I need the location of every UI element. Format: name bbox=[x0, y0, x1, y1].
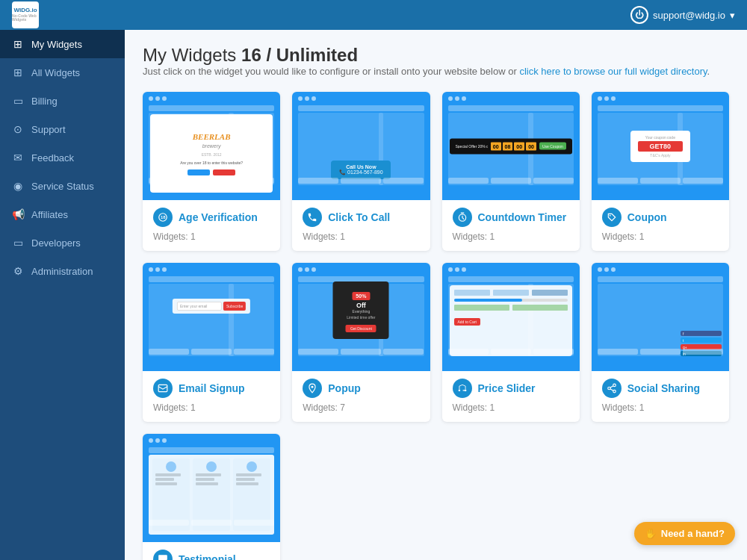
no-button bbox=[213, 169, 235, 175]
ps-track bbox=[454, 299, 568, 302]
preview-cells bbox=[448, 178, 574, 184]
popup-badge: 50% bbox=[352, 292, 370, 300]
avatar bbox=[166, 461, 176, 472]
popup-cta: Get Discount bbox=[346, 325, 376, 332]
svg-rect-4 bbox=[158, 385, 167, 391]
preview-dots bbox=[598, 267, 616, 272]
feedback-icon: ✉ bbox=[12, 152, 24, 164]
ctc-number: 📞 01234-567-890 bbox=[337, 169, 385, 175]
widget-card-countdown-timer[interactable]: Special Offer 20% off ✦ Use Coupon 00 08… bbox=[442, 92, 580, 251]
sidebar-item-feedback[interactable]: ✉ Feedback bbox=[0, 143, 125, 172]
coupon-box: Your coupon code GET80 T&C's Apply bbox=[630, 131, 690, 162]
preview-main-left bbox=[149, 284, 234, 356]
widget-name: Testimonial bbox=[179, 553, 236, 560]
page-title: My Widgets 16 / Unlimited bbox=[143, 45, 729, 66]
sidebar-item-my-widgets[interactable]: ⊞ My Widgets bbox=[0, 30, 125, 58]
widget-preview: f t g+ in bbox=[592, 263, 729, 371]
facebook-bar: f bbox=[681, 331, 722, 336]
layout: ⊞ My Widgets ⊞ All Widgets ▭ Billing ⊙ S… bbox=[0, 30, 747, 560]
user-menu[interactable]: ⏻ support@widg.io ▾ bbox=[630, 6, 735, 24]
widget-card-price-slider[interactable]: Add to Cart Price Slider Widgets: 1 bbox=[442, 263, 580, 422]
widget-name-row: Social Sharing bbox=[602, 379, 719, 398]
widget-icon bbox=[153, 550, 173, 560]
preview-topbar bbox=[149, 447, 274, 453]
widget-card-social-sharing[interactable]: f t g+ in Social Sharing bbox=[592, 263, 729, 422]
affiliates-icon: 📢 bbox=[12, 208, 24, 220]
popup-subtitle: Everything bbox=[341, 309, 382, 314]
widget-info: Click To Call Widgets: 1 bbox=[292, 200, 430, 251]
sidebar-item-support[interactable]: ⊙ Support bbox=[0, 115, 125, 143]
svg-point-10 bbox=[613, 390, 616, 393]
widget-name: Popup bbox=[328, 382, 361, 394]
ps-cell bbox=[454, 290, 490, 296]
widget-preview: Add to Cart bbox=[442, 263, 580, 371]
sidebar-item-billing[interactable]: ▭ Billing bbox=[0, 87, 125, 115]
svg-point-5 bbox=[311, 386, 314, 388]
beerlab-text: Are you over 18 to enter this website? bbox=[180, 161, 243, 165]
svg-point-8 bbox=[613, 384, 616, 387]
page-header: My Widgets 16 / Unlimited Just click on … bbox=[143, 45, 729, 77]
sidebar-item-developers[interactable]: ▭ Developers bbox=[0, 228, 125, 257]
svg-text:18: 18 bbox=[161, 215, 166, 220]
preview-topbar bbox=[598, 276, 723, 282]
widget-name: Email Signup bbox=[179, 382, 245, 394]
preview-topbar bbox=[448, 276, 574, 282]
sidebar-item-all-widgets[interactable]: ⊞ All Widgets bbox=[0, 58, 125, 87]
beerlab-buttons bbox=[187, 169, 235, 175]
widget-name-row: Popup bbox=[303, 379, 419, 398]
yes-button bbox=[187, 169, 210, 175]
preview-cells bbox=[448, 349, 574, 355]
grid-icon: ⊞ bbox=[12, 38, 24, 50]
preview-topbar bbox=[598, 105, 723, 111]
preview-cells bbox=[149, 349, 274, 355]
widget-card-testimonial[interactable]: Testimonial Widgets: 1 bbox=[143, 434, 280, 560]
beerlab-logo: BEERLAB bbox=[193, 132, 231, 141]
widget-card-coupon[interactable]: Your coupon code GET80 T&C's Apply Coupo… bbox=[592, 92, 729, 251]
sidebar-item-administration[interactable]: ⚙ Administration bbox=[0, 257, 125, 285]
widget-count: Widgets: 1 bbox=[602, 402, 719, 413]
widget-count: Widgets: 1 bbox=[602, 231, 719, 242]
widget-name-row: Testimonial bbox=[153, 550, 270, 560]
sidebar-item-service-status[interactable]: ◉ Service Status bbox=[0, 172, 125, 200]
widget-name: Coupon bbox=[627, 211, 667, 223]
billing-icon: ▭ bbox=[12, 95, 24, 107]
widget-icon bbox=[602, 208, 622, 227]
ctc-title: Call Us Now bbox=[337, 164, 385, 169]
countdown-boxes: 00 08 00 00 bbox=[491, 142, 536, 150]
preview-dots bbox=[149, 267, 167, 272]
sidebar-item-affiliates[interactable]: 📢 Affiliates bbox=[0, 200, 125, 228]
widget-card-click-to-call[interactable]: Call Us Now 📞 01234-567-890 Click To Cal… bbox=[292, 92, 430, 251]
directory-link[interactable]: click here to browse our full widget dir… bbox=[519, 66, 707, 77]
widget-icon bbox=[602, 379, 622, 398]
widget-count: Widgets: 7 bbox=[303, 402, 419, 413]
widget-name-row: Email Signup bbox=[153, 379, 270, 398]
countdown-box: 00 bbox=[526, 142, 536, 150]
widget-name: Countdown Timer bbox=[478, 211, 567, 223]
need-hand-button[interactable]: ✋ Need a hand? bbox=[634, 522, 735, 545]
sidebar-item-label: Billing bbox=[31, 96, 58, 107]
preview-main-right bbox=[229, 284, 274, 356]
widget-preview bbox=[143, 434, 280, 542]
widget-card-popup[interactable]: 50% Off Everything Limited time offer Ge… bbox=[292, 263, 430, 422]
svg-point-9 bbox=[608, 387, 611, 390]
widget-preview: BEERLAB brewery ESTB. 2012 Are you over … bbox=[143, 92, 280, 200]
user-email: support@widg.io bbox=[653, 10, 725, 21]
popup-preview: 50% Off Everything Limited time offer Ge… bbox=[333, 281, 389, 339]
sidebar-item-label: Affiliates bbox=[31, 209, 68, 220]
widget-card-email-signup[interactable]: Enter your email Subscribe Email Signup bbox=[143, 263, 280, 422]
sidebar-item-label: Administration bbox=[31, 266, 93, 277]
widget-name-row: Click To Call bbox=[303, 208, 419, 227]
chevron-down-icon: ▾ bbox=[730, 10, 735, 21]
ps-row bbox=[454, 305, 568, 311]
test-lines bbox=[236, 473, 267, 485]
main-content: My Widgets 16 / Unlimited Just click on … bbox=[125, 30, 747, 560]
price-slider-preview: Add to Cart bbox=[450, 285, 572, 356]
preview-dots bbox=[149, 438, 167, 443]
widget-card-age-verification[interactable]: BEERLAB brewery ESTB. 2012 Are you over … bbox=[143, 92, 280, 251]
avatar bbox=[247, 461, 257, 472]
user-icon: ⏻ bbox=[630, 6, 648, 24]
widget-preview: Call Us Now 📞 01234-567-890 bbox=[292, 92, 430, 200]
sidebar: ⊞ My Widgets ⊞ All Widgets ▭ Billing ⊙ S… bbox=[0, 30, 125, 560]
widget-info: Popup Widgets: 7 bbox=[292, 371, 430, 422]
ps-cell bbox=[512, 305, 568, 311]
